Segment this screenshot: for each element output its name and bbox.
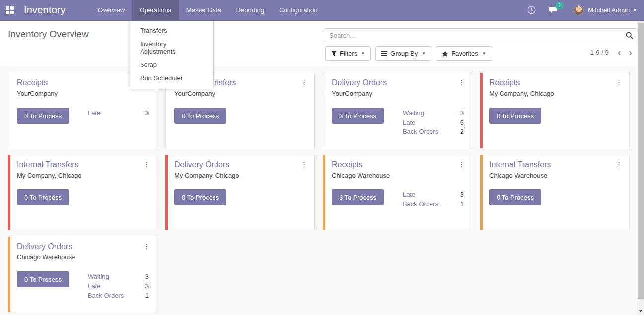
chevron-down-icon: ▼ — [482, 51, 486, 56]
nav-right: 1 Mitchell Admin ▼ — [514, 0, 644, 20]
stat-row: Late6 — [403, 118, 464, 127]
card-status-stripe — [323, 155, 325, 230]
user-menu[interactable]: Mitchell Admin ▼ — [574, 5, 637, 15]
to-process-button[interactable]: 0 To Process — [174, 189, 226, 205]
apps-menu-icon[interactable] — [0, 0, 20, 20]
kanban-card: Delivery Orders⋮YourCompany3 To ProcessW… — [323, 73, 472, 148]
nav-item-reporting[interactable]: Reporting — [229, 0, 272, 20]
to-process-button[interactable]: 3 To Process — [332, 108, 384, 124]
stat-row: Late3 — [403, 190, 464, 199]
card-title-link[interactable]: Receipts — [332, 160, 362, 169]
to-process-button[interactable]: 3 To Process — [332, 189, 384, 205]
scrollbar-thumb[interactable] — [638, 23, 644, 299]
card-title-link[interactable]: Delivery Orders — [17, 242, 72, 251]
card-kebab-menu-icon[interactable]: ⋮ — [143, 243, 150, 250]
messages-icon[interactable]: 1 — [549, 6, 559, 14]
menu-item-transfers[interactable]: Transfers — [130, 24, 213, 37]
menu-item-inventory-adjustments[interactable]: Inventory Adjustments — [130, 37, 213, 58]
stat-label-link[interactable]: Late — [88, 108, 100, 118]
scrollbar — [637, 21, 644, 315]
user-avatar — [574, 5, 584, 15]
card-body: 0 To Process — [17, 189, 149, 205]
top-navbar: Inventory OverviewOperationsMaster DataR… — [0, 0, 644, 21]
card-title-link[interactable]: Internal Transfers — [17, 160, 79, 169]
group-by-button[interactable]: Group By ▼ — [375, 46, 431, 61]
card-stats — [88, 190, 149, 205]
card-title-link[interactable]: Receipts — [17, 78, 48, 87]
nav-item-operations[interactable]: Operations — [132, 0, 179, 20]
card-kebab-menu-icon[interactable]: ⋮ — [616, 161, 622, 168]
card-kebab-menu-icon[interactable]: ⋮ — [301, 79, 307, 86]
card-title-link[interactable]: Receipts — [489, 78, 520, 87]
card-title-link[interactable]: Internal Transfers — [489, 160, 551, 169]
to-process-button[interactable]: 0 To Process — [174, 108, 226, 124]
search-icon[interactable] — [623, 32, 636, 39]
activities-clock-icon[interactable] — [527, 6, 536, 14]
to-process-button[interactable]: 0 To Process — [17, 189, 69, 205]
card-status-stripe — [165, 155, 168, 230]
favorites-button[interactable]: Favorites ▼ — [436, 46, 492, 61]
stat-count: 3 — [145, 108, 149, 118]
scrollbar-down-button[interactable] — [637, 307, 644, 314]
to-process-button[interactable]: 0 To Process — [489, 108, 541, 124]
card-status-stripe — [8, 237, 10, 312]
stat-count: 6 — [460, 118, 464, 127]
stat-count: 1 — [145, 291, 149, 300]
kanban-card: Internal Transfers⋮My Company, Chicago0 … — [8, 155, 157, 230]
card-stats: Waiting3Late3Back Orders1 — [88, 272, 149, 300]
stat-label-link[interactable]: Waiting — [88, 272, 109, 281]
messages-badge: 1 — [555, 2, 564, 9]
card-stats: Waiting3Late6Back Orders2 — [403, 108, 464, 136]
pager-next-button[interactable]: › — [625, 47, 636, 57]
card-kebab-menu-icon[interactable]: ⋮ — [458, 79, 465, 86]
filter-icon — [331, 51, 337, 56]
card-status-stripe — [480, 155, 483, 230]
nav-item-overview[interactable]: Overview — [90, 0, 132, 20]
stat-label-link[interactable]: Back Orders — [403, 199, 438, 209]
menu-item-run-scheduler[interactable]: Run Scheduler — [130, 71, 213, 85]
kanban-card: Receipts⋮Chicago Warehouse3 To ProcessLa… — [323, 155, 472, 230]
card-title-link[interactable]: Delivery Orders — [332, 78, 387, 87]
card-company: Chicago Warehouse — [17, 253, 149, 261]
to-process-button[interactable]: 3 To Process — [17, 108, 69, 124]
card-stats: Late3Back Orders1 — [403, 190, 464, 209]
stat-label-link[interactable]: Late — [403, 118, 415, 127]
stat-label-link[interactable]: Waiting — [403, 108, 424, 118]
card-title-link[interactable]: Delivery Orders — [174, 160, 229, 169]
card-company: YourCompany — [174, 90, 306, 97]
to-process-button[interactable]: 0 To Process — [489, 189, 541, 205]
control-panel: Inventory Overview Filters ▼ Group By ▼ — [0, 21, 644, 66]
kanban-card: Receipts⋮My Company, Chicago0 To Process — [480, 73, 630, 148]
card-kebab-menu-icon[interactable]: ⋮ — [616, 79, 622, 86]
menu-item-scrap[interactable]: Scrap — [130, 58, 213, 71]
pager-previous-button[interactable]: ‹ — [614, 47, 625, 57]
stat-row: Waiting3 — [88, 272, 149, 281]
card-stats — [245, 190, 306, 205]
chevron-down-icon: ▼ — [361, 51, 365, 56]
to-process-button[interactable]: 0 To Process — [17, 271, 69, 287]
card-stats — [560, 190, 621, 205]
search-input[interactable] — [325, 32, 623, 39]
stat-row: Late3 — [88, 108, 149, 118]
card-kebab-menu-icon[interactable]: ⋮ — [458, 161, 465, 168]
kanban-grid: Receipts⋮YourCompany3 To ProcessLate3Int… — [8, 73, 637, 312]
kanban-card: Delivery Orders⋮My Company, Chicago0 To … — [165, 155, 315, 230]
stat-label-link[interactable]: Late — [403, 190, 415, 199]
nav-item-configuration[interactable]: Configuration — [272, 0, 325, 20]
stat-row: Waiting3 — [403, 108, 464, 118]
stat-label-link[interactable]: Back Orders — [403, 127, 438, 136]
card-kebab-menu-icon[interactable]: ⋮ — [301, 161, 307, 168]
stat-count: 1 — [460, 199, 464, 209]
filters-button[interactable]: Filters ▼ — [325, 46, 371, 61]
page-title: Inventory Overview — [8, 29, 89, 40]
stat-label-link[interactable]: Late — [88, 281, 100, 291]
nav-item-master-data[interactable]: Master Data — [179, 0, 229, 20]
stat-row: Back Orders1 — [403, 199, 464, 209]
card-kebab-menu-icon[interactable]: ⋮ — [143, 161, 150, 168]
stat-label-link[interactable]: Back Orders — [88, 291, 124, 300]
kanban-view: Receipts⋮YourCompany3 To ProcessLate3Int… — [0, 66, 637, 315]
stat-row: Back Orders1 — [88, 291, 149, 300]
card-company: Chicago Warehouse — [332, 172, 464, 179]
app-brand[interactable]: Inventory — [20, 0, 71, 20]
card-status-stripe — [8, 155, 10, 230]
